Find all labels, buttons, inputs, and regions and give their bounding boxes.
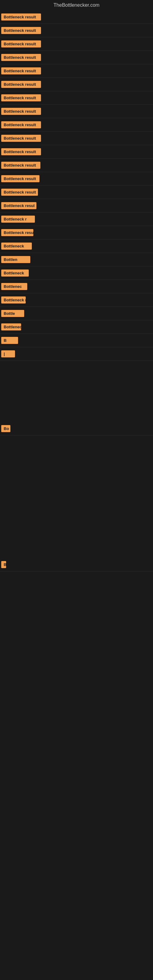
site-title: TheBottlenecker.com — [0, 0, 153, 10]
list-item[interactable]: Bottleneck resu — [0, 226, 153, 240]
bottleneck-result-label[interactable]: Bottleneck result — [1, 108, 41, 115]
list-item[interactable]: Bottleneck result — [0, 10, 153, 24]
spacer-section-3 — [0, 571, 153, 755]
bottleneck-result-label[interactable]: Bottleneck result — [1, 121, 41, 128]
bottleneck-result-label[interactable]: Bottleneck result — [1, 81, 41, 88]
bottleneck-result-label[interactable]: Bottleneck result — [1, 54, 41, 61]
list-item[interactable]: Bottleneck result — [0, 105, 153, 118]
list-item[interactable]: Bottleneck r — [0, 558, 153, 571]
list-item[interactable]: Bottleneck result — [0, 24, 153, 37]
spacer-section — [0, 361, 153, 422]
list-item[interactable]: Bottleneck r — [0, 213, 153, 226]
bottleneck-result-label[interactable]: Bottleneck — [1, 323, 21, 331]
bottleneck-result-label[interactable]: Bottleneck result — [1, 13, 41, 21]
list-item[interactable]: B — [0, 334, 153, 347]
bottleneck-result-label[interactable]: Bottleneck r — [1, 216, 35, 223]
list-item[interactable]: Bottleneck result — [0, 159, 153, 172]
bottleneck-result-label[interactable]: Bottlen — [1, 256, 30, 263]
bottleneck-list: Bottleneck result Bottleneck result Bott… — [0, 10, 153, 755]
bottleneck-result-label[interactable]: Bottleneck resu — [1, 229, 33, 236]
bottleneck-result-label[interactable]: Bottleneck result — [1, 27, 41, 34]
bottleneck-result-label[interactable]: Bottleneck — [1, 243, 32, 250]
bottleneck-result-label[interactable]: Bottleneck r — [1, 296, 26, 304]
bottleneck-result-label[interactable]: B — [1, 337, 18, 344]
bottleneck-result-label[interactable]: Bottlenec — [1, 283, 27, 290]
list-item[interactable]: Bottleneck result — [0, 51, 153, 64]
bottleneck-result-label[interactable]: Bottleneck result — [1, 40, 41, 48]
bottleneck-result-label[interactable]: Bottleneck result — [1, 94, 41, 101]
list-item[interactable]: Bottleneck result — [0, 64, 153, 78]
list-item[interactable]: Bottleneck result — [0, 118, 153, 132]
list-item[interactable]: Bottleneck result — [0, 78, 153, 91]
list-item[interactable]: Bottleneck — [0, 240, 153, 253]
list-item[interactable]: Bottleneck result — [0, 172, 153, 186]
list-item[interactable]: Bottlenec — [0, 280, 153, 293]
bottleneck-result-label[interactable]: Bottle — [1, 310, 24, 317]
list-item[interactable]: Bottleneck result — [0, 91, 153, 105]
list-item[interactable]: Bottleneck r — [0, 293, 153, 307]
bottleneck-result-label[interactable]: Bottleneck resul — [1, 202, 37, 209]
list-item[interactable]: Bottleneck resul — [0, 199, 153, 213]
list-item[interactable]: Bottle — [0, 307, 153, 320]
list-item[interactable]: Bottlen — [0, 253, 153, 266]
bottleneck-result-label[interactable]: Bottleneck result — [1, 135, 41, 142]
list-item[interactable]: Bottleneck result — [0, 132, 153, 145]
list-item[interactable]: Bottleneck — [0, 320, 153, 334]
bottleneck-result-label[interactable]: Bottleneck result — [1, 67, 41, 75]
bottleneck-result-label[interactable]: Bottleneck result — [1, 162, 40, 169]
bottleneck-result-label[interactable]: Bottleneck result — [1, 189, 38, 196]
list-item[interactable]: | — [0, 347, 153, 361]
bottleneck-result-label[interactable]: Bo — [1, 425, 10, 432]
list-item[interactable]: Bottleneck result — [0, 186, 153, 199]
bottleneck-result-label[interactable]: | — [1, 350, 15, 357]
list-item[interactable]: Bo — [0, 422, 153, 436]
bottleneck-result-label[interactable]: Bottleneck result — [1, 148, 41, 155]
bottleneck-result-label[interactable]: Bottleneck result — [1, 175, 40, 182]
bottleneck-result-label[interactable]: Bottleneck r — [1, 561, 6, 568]
bottleneck-result-label[interactable]: Bottleneck — [1, 269, 29, 277]
list-item[interactable]: Bottleneck result — [0, 37, 153, 51]
list-item[interactable]: Bottleneck result — [0, 145, 153, 159]
spacer-section-2 — [0, 436, 153, 558]
list-item[interactable]: Bottleneck — [0, 266, 153, 280]
